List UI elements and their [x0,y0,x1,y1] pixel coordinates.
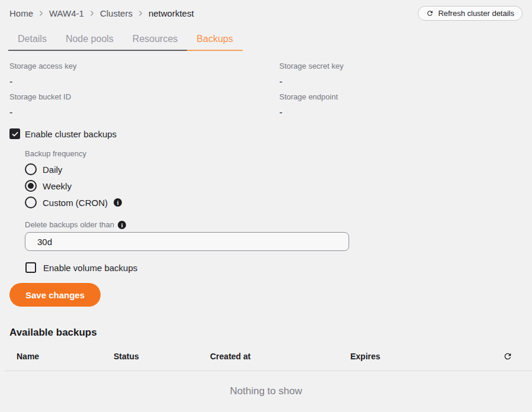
breadcrumb: Home WAW4-1 Clusters networktest [9,8,194,18]
delete-backups-group: Delete backups older than i [25,221,523,251]
chevron-right-icon [137,9,144,17]
tab-resources[interactable]: Resources [123,28,187,51]
radio-row-custom-cron[interactable]: Custom (CRON) i [25,197,523,208]
tab-details[interactable]: Details [8,28,56,51]
storage-secret-key-label: Storage secret key [279,62,523,70]
info-icon[interactable]: i [118,221,126,229]
topbar: Home WAW4-1 Clusters networktest Refresh… [0,0,532,20]
breadcrumb-clusters[interactable]: Clusters [100,8,133,18]
checkmark-icon [11,130,19,138]
custom-cron-radio[interactable] [25,197,37,208]
column-header-status: Status [114,352,210,361]
breadcrumb-home[interactable]: Home [9,8,33,18]
enable-cluster-backups-checkbox[interactable] [9,128,20,139]
storage-endpoint-value: - [279,107,523,118]
storage-access-key-value: - [9,76,279,87]
daily-radio[interactable] [25,163,37,175]
column-header-name: Name [17,352,114,361]
daily-radio-label: Daily [43,165,62,175]
storage-bucket-id-label: Storage bucket ID [9,93,279,101]
enable-volume-backups-label: Enable volume backups [43,263,137,273]
radio-row-weekly[interactable]: Weekly [25,180,523,192]
chevron-right-icon [88,9,96,17]
delete-backups-older-than-label: Delete backups older than [25,221,114,229]
refresh-cluster-details-label: Refresh cluster details [438,9,514,18]
breadcrumb-current-cluster: networktest [149,8,194,18]
enable-cluster-backups-label: Enable cluster backups [25,129,117,139]
save-changes-button[interactable]: Save changes [9,283,101,307]
storage-secret-key-value: - [279,76,523,87]
storage-access-key-label: Storage access key [9,62,279,70]
chevron-right-icon [37,9,45,17]
radio-row-daily[interactable]: Daily [25,163,523,175]
storage-bucket-id-value: - [9,107,279,118]
retention-period-input[interactable] [25,232,349,251]
storage-bucket-id-field: Storage bucket ID - [9,93,279,118]
column-header-expires: Expires [350,352,499,361]
info-icon[interactable]: i [114,198,122,207]
storage-access-key-field: Storage access key - [9,62,279,87]
enable-volume-backups-checkbox-row[interactable]: Enable volume backups [25,262,523,273]
tab-node-pools[interactable]: Node pools [56,28,123,51]
storage-endpoint-label: Storage endpoint [279,93,523,101]
available-backups-title: Available backups [9,327,532,339]
breadcrumb-region[interactable]: WAW4-1 [49,8,84,18]
table-divider [5,371,532,371]
weekly-radio-label: Weekly [43,181,72,191]
enable-volume-backups-checkbox[interactable] [25,262,36,273]
backup-settings-form: Enable cluster backups Backup frequency … [0,128,532,307]
backups-table-header: Name Status Created at Expires [0,349,532,363]
backup-frequency-group: Backup frequency Daily Weekly Custom (CR… [25,150,523,208]
backup-frequency-label: Backup frequency [25,150,523,158]
refresh-backups-icon[interactable] [503,352,512,361]
column-header-created-at: Created at [210,352,350,361]
storage-fields: Storage access key - Storage secret key … [0,62,532,118]
empty-table-message: Nothing to show [0,385,532,397]
tab-backups[interactable]: Backups [187,28,242,51]
cluster-tabs: Details Node pools Resources Backups [8,28,243,51]
storage-endpoint-field: Storage endpoint - [279,93,523,118]
storage-secret-key-field: Storage secret key - [279,62,523,87]
refresh-cluster-details-button[interactable]: Refresh cluster details [418,6,523,21]
cluster-backups-page: Home WAW4-1 Clusters networktest Refresh… [0,0,532,412]
custom-cron-radio-label: Custom (CRON) [43,198,108,208]
weekly-radio[interactable] [25,180,37,192]
enable-cluster-backups-checkbox-row[interactable]: Enable cluster backups [9,128,523,139]
refresh-icon [426,9,434,17]
